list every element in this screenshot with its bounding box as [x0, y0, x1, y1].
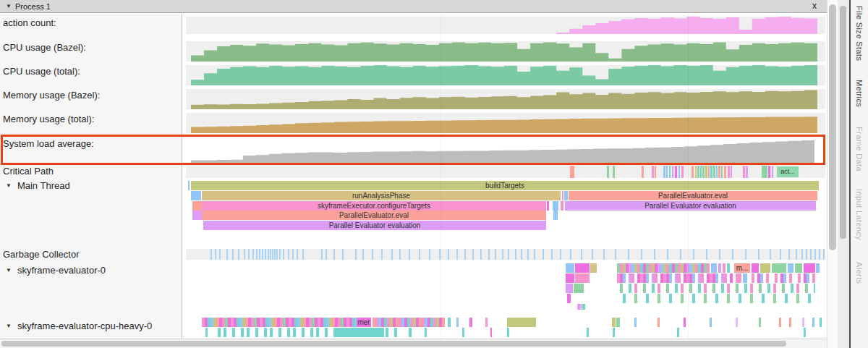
trace-slice[interactable]	[561, 201, 563, 211]
counter-chart-system-load[interactable]	[191, 137, 814, 163]
trace-slice[interactable]	[462, 328, 464, 337]
critical-path-badge[interactable]: act...	[777, 166, 799, 177]
trace-slice[interactable]: ParallelEvaluator.eval	[202, 211, 546, 220]
trace-slice[interactable]	[634, 318, 637, 327]
trace-slice[interactable]	[804, 328, 806, 337]
thread-label-skyframe-evaluator-cpu-heavy-0[interactable]: ▼ skyframe-evaluator-cpu-heavy-0	[6, 321, 152, 331]
vertical-scrollbar-thumb[interactable]	[829, 4, 836, 250]
collapse-triangle-icon[interactable]: ▼	[6, 323, 12, 329]
trace-slice[interactable]	[469, 318, 472, 327]
trace-slice[interactable]	[779, 318, 781, 327]
trace-slice[interactable]	[192, 201, 202, 211]
trace-slice[interactable]	[718, 263, 721, 273]
trace-slice[interactable]	[788, 263, 793, 273]
counter-chart-mem-bazel[interactable]	[191, 89, 817, 109]
trace-slice[interactable]	[816, 263, 820, 273]
trace-slice[interactable]	[736, 318, 738, 327]
trace-slice[interactable]	[485, 318, 488, 327]
trace-slice[interactable]: m...	[734, 263, 750, 273]
trace-slice[interactable]	[616, 318, 620, 327]
counter-chart-mem-total[interactable]	[191, 113, 817, 133]
collapse-triangle-icon[interactable]: ▼	[6, 267, 12, 273]
trace-slice[interactable]	[490, 328, 492, 337]
trace-slice[interactable]: ParallelEvaluator.eval	[569, 191, 817, 200]
close-button[interactable]: x	[809, 1, 820, 11]
trace-slice[interactable]	[620, 284, 815, 293]
trace-slice[interactable]	[760, 263, 770, 273]
trace-slice[interactable]	[577, 304, 582, 310]
trace-slice[interactable]	[566, 284, 573, 293]
trace-slice[interactable]	[710, 318, 712, 327]
trace-slice[interactable]	[743, 273, 747, 283]
counter-chart-cpu-bazel[interactable]	[191, 41, 817, 61]
trace-slice[interactable]	[574, 284, 584, 293]
trace-slice[interactable]: Parallel Evaluator evaluation	[203, 221, 546, 230]
trace-slice[interactable]	[677, 328, 679, 337]
trace-slice[interactable]	[804, 263, 815, 273]
trace-slice[interactable]	[191, 191, 201, 200]
trace-slice[interactable]	[218, 328, 333, 337]
process-header[interactable]: ▼ Process 1 x	[0, 0, 827, 13]
trace-slice[interactable]	[373, 318, 445, 327]
trace-slice[interactable]	[582, 304, 585, 310]
trace-slice[interactable]	[564, 191, 568, 200]
trace-slice[interactable]	[617, 263, 710, 273]
trace-slice[interactable]	[623, 294, 815, 303]
trace-slice[interactable]	[772, 263, 786, 273]
trace-slice[interactable]	[752, 273, 818, 283]
horizontal-scrollbar[interactable]	[0, 339, 827, 348]
trace-slice[interactable]	[425, 328, 427, 337]
trace-slice[interactable]	[202, 318, 357, 327]
trace-slice[interactable]: Parallel Evaluator evaluation	[565, 201, 816, 211]
counter-chart-action-count[interactable]	[191, 17, 817, 34]
horizontal-scrollbar-thumb[interactable]	[1, 341, 786, 347]
trace-slice[interactable]	[566, 263, 574, 273]
trace-slice[interactable]	[612, 318, 616, 327]
trace-slice[interactable]	[795, 263, 802, 273]
vertical-scrollbar[interactable]	[827, 0, 838, 348]
trace-slice[interactable]	[723, 263, 726, 273]
trace-slice[interactable]	[507, 328, 509, 337]
trace-slice[interactable]	[587, 328, 589, 337]
thread-label-main-thread[interactable]: ▼ Main Thread	[6, 180, 70, 191]
collapse-triangle-icon[interactable]: ▼	[6, 182, 12, 189]
trace-slice[interactable]	[736, 273, 741, 283]
trace-slice[interactable]	[789, 318, 791, 327]
trace-slice[interactable]	[658, 318, 660, 327]
trace-slice[interactable]	[333, 328, 384, 337]
trace-slice[interactable]	[727, 263, 730, 273]
trace-slice[interactable]	[192, 211, 202, 220]
trace-slice[interactable]	[590, 263, 597, 273]
trace-slice[interactable]	[812, 318, 814, 327]
tab-metrics[interactable]: Metrics	[855, 80, 864, 107]
trace-slice[interactable]	[188, 181, 190, 190]
trace-slice[interactable]	[507, 318, 536, 327]
tab-input-latency[interactable]: Input Latency	[855, 189, 864, 240]
collapse-triangle-icon[interactable]: ▼	[6, 3, 12, 9]
trace-slice[interactable]	[613, 328, 615, 337]
trace-slice[interactable]	[575, 273, 590, 283]
trace-slice[interactable]	[759, 318, 761, 327]
page-scrollbar-thumb[interactable]	[840, 6, 846, 239]
counter-chart-cpu-total[interactable]	[191, 65, 817, 85]
trace-slice[interactable]: buildTargets	[191, 181, 819, 190]
trace-slice[interactable]	[820, 318, 822, 327]
page-scrollbar[interactable]	[838, 0, 849, 348]
tab-frame-data[interactable]: Frame Data	[855, 127, 864, 171]
timeline-canvas[interactable]: act... buildTargets runAnalysisPhasePara…	[186, 14, 827, 339]
trace-slice[interactable]	[567, 294, 571, 303]
trace-slice[interactable]	[802, 318, 804, 327]
trace-slice[interactable]	[448, 318, 451, 327]
thread-label-skyframe-evaluator-0[interactable]: ▼ skyframe-evaluator-0	[6, 265, 106, 276]
trace-slice[interactable]: runAnalysisPhase	[202, 191, 561, 200]
trace-slice[interactable]	[386, 328, 414, 337]
trace-slice[interactable]: skyframeExecutor.configureTargets	[202, 201, 546, 211]
trace-slice[interactable]	[553, 211, 558, 220]
trace-slice[interactable]	[566, 273, 574, 283]
trace-slice[interactable]	[752, 263, 759, 273]
trace-slice[interactable]	[205, 328, 208, 337]
trace-slice[interactable]	[711, 263, 717, 273]
trace-slice[interactable]	[617, 273, 733, 283]
trace-slice[interactable]	[684, 318, 686, 327]
trace-slice[interactable]	[547, 201, 549, 211]
